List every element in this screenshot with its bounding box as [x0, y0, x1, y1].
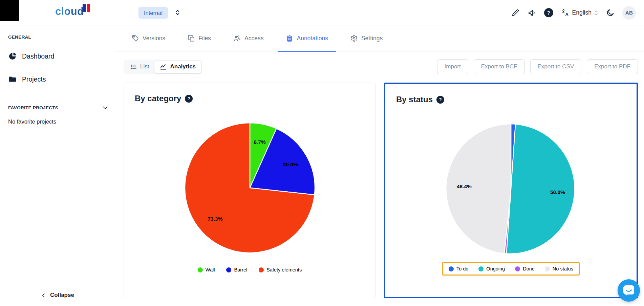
sidebar-section-favorites: FAVORITE PROJECTS — [8, 105, 58, 110]
tab-label: Annotations — [297, 35, 328, 42]
french-flag-icon — [83, 4, 90, 12]
pie-wrap: 50.0%48.4% — [385, 121, 637, 257]
pie-slice-label: 20.0% — [283, 161, 298, 167]
main-content: Versions Files Access Annotations — [115, 25, 644, 306]
collapse-label: Collapse — [50, 292, 74, 299]
legend-item[interactable]: Safety elements — [259, 267, 302, 272]
legend-item[interactable]: To do — [449, 266, 468, 271]
legend-label: Wall — [206, 267, 215, 272]
view-toggle: List Analytics — [124, 60, 202, 74]
tab-access[interactable]: Access — [225, 25, 272, 51]
svg-text:x: x — [562, 9, 565, 14]
analytics-chart-icon — [160, 63, 167, 70]
announcements-megaphone-icon[interactable] — [528, 8, 536, 17]
legend-dot — [545, 266, 550, 271]
chevron-down-icon[interactable] — [102, 104, 109, 111]
export-bcf-button[interactable]: Export to BCF — [474, 59, 525, 74]
help-badge-icon[interactable]: ? — [185, 95, 193, 103]
sidebar-item-projects[interactable]: Projects — [0, 75, 115, 84]
edit-pencil-icon[interactable] — [511, 8, 520, 17]
legend-item[interactable]: Barrel — [226, 267, 247, 272]
language-label: English — [572, 9, 592, 16]
folder-icon — [8, 75, 17, 84]
favorites-header[interactable]: FAVORITE PROJECTS — [8, 104, 109, 111]
favorites-empty-text: No favorite projects — [8, 118, 107, 125]
view-toggle-analytics[interactable]: Analytics — [154, 61, 201, 73]
category-legend: WallBarrelSafety elements — [124, 267, 375, 272]
collapse-button[interactable]: Collapse — [0, 292, 115, 299]
help-badge-icon[interactable]: ? — [436, 96, 444, 104]
by-category-card: By category ? 6.7%20.0%73.3% WallBarrelS… — [124, 83, 376, 298]
tab-files[interactable]: Files — [179, 25, 219, 51]
by-status-card: By status ? 50.0%48.4% To doOngoingDoneN… — [384, 83, 638, 298]
pie-wrap: 6.7%20.0%73.3% — [124, 120, 375, 256]
tab-label: Versions — [143, 35, 165, 42]
legend-item[interactable]: Ongoing — [478, 266, 505, 271]
legend-label: To do — [456, 266, 468, 271]
translate-icon: x A — [561, 8, 570, 17]
workspace-selector-icon[interactable] — [175, 9, 180, 16]
chart-title: By status — [396, 95, 433, 104]
tab-label: Files — [198, 35, 211, 42]
export-pdf-button[interactable]: Export to PDF — [587, 59, 638, 74]
files-icon — [188, 35, 195, 42]
pie-chart-icon — [8, 52, 17, 61]
tab-versions[interactable]: Versions — [124, 25, 173, 51]
app-logo[interactable]: cloud — [55, 5, 84, 18]
pie-slice-label: 6.7% — [254, 139, 266, 145]
gear-icon — [350, 35, 358, 42]
legend-dot — [226, 267, 231, 272]
tab-label: Access — [244, 35, 263, 42]
legend-label: Safety elements — [266, 267, 302, 272]
import-button[interactable]: Import — [437, 59, 468, 74]
chevron-left-icon — [41, 292, 46, 298]
help-icon[interactable]: ? — [544, 8, 553, 17]
sidebar-section-general: GENERAL — [8, 35, 107, 40]
charts-row: By category ? 6.7%20.0%73.3% WallBarrelS… — [124, 83, 638, 298]
legend-dot — [478, 266, 484, 271]
view-toggle-list[interactable]: List — [125, 61, 154, 73]
pie-slice[interactable] — [446, 124, 511, 254]
legend-dot — [198, 267, 203, 272]
legend-item[interactable]: No status — [545, 266, 573, 271]
sidebar-item-label: Projects — [22, 75, 46, 83]
avatar[interactable]: AB — [622, 6, 636, 20]
dark-mode-moon-icon[interactable] — [606, 8, 615, 17]
legend-dot — [515, 266, 520, 271]
sidebar-item-label: Dashboard — [22, 52, 54, 60]
sidebar-divider — [6, 96, 107, 96]
tab-label: Settings — [361, 35, 383, 42]
chat-widget-button[interactable] — [618, 279, 640, 302]
export-buttons: Import Export to BCF Export to CSV Expor… — [437, 59, 638, 74]
language-switcher[interactable]: x A English — [561, 8, 598, 17]
toolbar: List Analytics Import Export to BCF Expo… — [124, 59, 638, 74]
tab-annotations[interactable]: Annotations — [278, 25, 336, 51]
legend-label: Barrel — [234, 267, 247, 272]
tab-settings[interactable]: Settings — [342, 25, 391, 51]
topbar: cloud Internal ? x A English — [0, 0, 644, 25]
status-legend-highlight-box: To doOngoingDoneNo status — [442, 262, 580, 276]
legend-label: Done — [523, 266, 535, 271]
pie-chart-category: 6.7%20.0%73.3% — [182, 120, 318, 256]
workspace-chip[interactable]: Internal — [138, 7, 168, 19]
tag-icon — [132, 35, 139, 42]
svg-text:A: A — [565, 12, 568, 17]
export-csv-button[interactable]: Export to CSV — [530, 59, 582, 74]
legend-label: No status — [553, 266, 573, 271]
legend-dot — [259, 267, 264, 272]
legend-label: Ongoing — [486, 266, 505, 271]
status-legend: To doOngoingDoneNo status — [449, 266, 573, 271]
legend-item[interactable]: Done — [515, 266, 535, 271]
pie-chart-status: 50.0%48.4% — [443, 121, 579, 257]
view-toggle-analytics-label: Analytics — [170, 63, 196, 70]
sidebar-item-dashboard[interactable]: Dashboard — [0, 52, 115, 61]
by-category-title-row: By category ? — [135, 94, 375, 103]
legend-item[interactable]: Wall — [198, 267, 215, 272]
chevron-updown-icon — [594, 10, 598, 16]
pie-slice-label: 73.3% — [208, 216, 222, 222]
view-toggle-list-label: List — [140, 63, 149, 70]
pie-slice-label: 48.4% — [457, 183, 472, 189]
sidebar: GENERAL Dashboard Projects FAVORITE PROJ… — [0, 25, 115, 306]
chat-bubble-icon — [623, 285, 635, 296]
window-corner — [0, 0, 19, 21]
